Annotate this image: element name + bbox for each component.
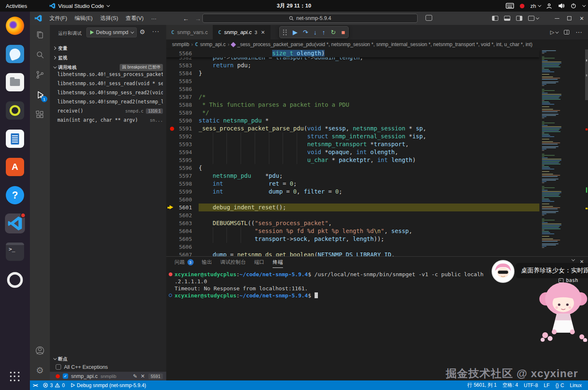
line-number[interactable]: 5601: [166, 204, 199, 211]
panel-tab[interactable]: 终端: [273, 257, 283, 268]
line-number[interactable]: 5585: [166, 77, 199, 85]
section-watch[interactable]: 监视: [50, 53, 166, 62]
continue-icon[interactable]: ▶: [293, 29, 298, 35]
breadcrumb[interactable]: snmplib›Csnmp_api.c›_sess_process_packet…: [166, 39, 588, 49]
line-number[interactable]: 5603: [166, 219, 199, 227]
breakpoint-row[interactable]: All C++ Exceptions: [50, 363, 166, 371]
panel-tab[interactable]: 调试控制台: [220, 257, 246, 268]
panel-tab[interactable]: 输出: [202, 257, 212, 268]
code-line[interactable]: 5604 "session %p fd %d pkt %p length %d\…: [166, 227, 539, 235]
recording-indicator[interactable]: [520, 4, 524, 8]
call-stack-frame[interactable]: main(int argc, char ** argv)sn...: [50, 115, 166, 125]
menu-item[interactable]: 查看(V): [122, 12, 147, 25]
breakpoint-checkbox[interactable]: [56, 364, 61, 370]
call-stack-frame[interactable]: receive()snmpd.c1316:1: [50, 106, 166, 115]
code-line[interactable]: 5599 int dump = 0, filter = 0;: [166, 188, 539, 196]
step-out-icon[interactable]: ↑: [322, 29, 325, 35]
toggle-secondary-sidebar-icon[interactable]: [516, 16, 522, 21]
code-line[interactable]: 5605 transport->sock, packetptr, length)…: [166, 235, 539, 243]
debug-more-actions-icon[interactable]: ···: [152, 27, 160, 34]
code-line[interactable]: 5597 netsnmp_pdu *pdu;: [166, 172, 539, 180]
line-number[interactable]: 5602: [166, 211, 199, 219]
call-stack-frame[interactable]: libnetsnmp.so.40!snmp_read2(netsnmp_la: [50, 97, 166, 106]
remote-indicator[interactable]: ><: [30, 380, 40, 390]
activities-button[interactable]: Activities: [0, 0, 33, 12]
activity-bar-source-control[interactable]: [30, 65, 50, 85]
dock-item-screenshot-tool[interactable]: [0, 266, 30, 294]
breadcrumb-item[interactable]: snmp_api.c: [200, 42, 226, 47]
code-line[interactable]: 5587/*: [166, 93, 539, 101]
section-variables[interactable]: 变量: [50, 44, 166, 53]
breadcrumb-item[interactable]: _sess_process_packet_parse_pdu(void *, n…: [237, 42, 532, 47]
code-line[interactable]: 5603 DEBUGMSGTL(("sess_process_packet",: [166, 219, 539, 227]
os-indicator[interactable]: Linux: [567, 380, 585, 390]
editor-tab[interactable]: Csnmp_vars.c: [166, 25, 213, 39]
editor-tab[interactable]: Csnmp_api.c3✕: [213, 25, 271, 39]
indentation-status[interactable]: 空格: 4: [499, 380, 521, 390]
dock-item-vscode[interactable]: [0, 209, 30, 238]
menu-item[interactable]: 选择(S): [96, 12, 122, 25]
line-number[interactable]: 5588: [166, 101, 199, 109]
encoding-status[interactable]: UTF-8: [521, 380, 541, 390]
close-button[interactable]: ✕: [576, 12, 588, 25]
code-line[interactable]: 5584}: [166, 69, 539, 77]
line-number[interactable]: 5587: [166, 93, 199, 101]
line-number[interactable]: 5591: [166, 125, 199, 132]
toggle-panel-icon[interactable]: [504, 16, 510, 21]
debug-status[interactable]: Debug snmpd (net-snmp-5.9.4): [68, 380, 149, 390]
call-stack-frame[interactable]: libnetsnmp.so.40!snmp_sess_read2(void: [50, 88, 166, 97]
code-line[interactable]: 5593 netsnmp_transport *transport,: [166, 140, 539, 148]
eol-status[interactable]: LF: [541, 380, 553, 390]
nav-back-icon[interactable]: ←: [183, 15, 189, 22]
close-icon[interactable]: ✕: [261, 29, 265, 35]
maximize-button[interactable]: [563, 12, 576, 25]
dock-item-files[interactable]: [0, 68, 30, 96]
code-line[interactable]: 5598 int ret = 0;: [166, 180, 539, 188]
activity-bar-settings[interactable]: ⚙: [30, 361, 50, 380]
call-stack-frame[interactable]: libnetsnmp.so.40!_sess_read(void * ses: [50, 79, 166, 88]
activity-bar-search[interactable]: [30, 45, 50, 65]
line-number[interactable]: 5589: [166, 109, 199, 117]
code-line[interactable]: 5586: [166, 85, 539, 93]
restart-icon[interactable]: ↻: [331, 29, 336, 35]
call-stack-frame[interactable]: libnetsnmp.so.40!_sess_process_packet(: [50, 70, 166, 79]
toggle-sidebar-icon[interactable]: [492, 16, 498, 21]
code-line[interactable]: 5602: [166, 211, 539, 219]
breadcrumb-item[interactable]: snmplib: [172, 42, 189, 47]
focused-app-indicator[interactable]: Visual Studio Code: [45, 2, 109, 9]
code-line[interactable]: 5590static netsnmp_pdu *: [166, 117, 539, 125]
line-number[interactable]: 5583: [166, 61, 199, 69]
breakpoint-checkbox[interactable]: ✓: [63, 373, 68, 379]
dock-item-libreoffice-document[interactable]: [0, 125, 30, 153]
code-line[interactable]: 5600: [166, 196, 539, 204]
code-line[interactable]: 5595 u_char * packetptr, int length): [166, 156, 539, 164]
split-editor-icon[interactable]: [564, 30, 569, 34]
problems-status[interactable]: 3 0: [40, 380, 67, 390]
command-center-search[interactable]: net-snmp-5.9.4: [202, 14, 418, 23]
code-line[interactable]: 5583 return pdu;: [166, 61, 539, 69]
edit-icon[interactable]: ✎: [133, 373, 137, 379]
line-number[interactable]: 5593: [166, 140, 199, 148]
volume-icon[interactable]: [558, 3, 565, 9]
code-line[interactable]: 5591_sess_process_packet_parse_pdu(void …: [166, 125, 539, 132]
language-mode[interactable]: {}C: [553, 380, 567, 390]
dock-item-firefox[interactable]: [0, 12, 30, 40]
code-line[interactable]: 5588 * This function parses a packet int…: [166, 101, 539, 109]
code-line[interactable]: 5589 */: [166, 109, 539, 117]
drag-handle-icon[interactable]: [283, 29, 287, 35]
desktop-pet-widget[interactable]: 桌面养珍珠少女：实时跟随打字: [492, 260, 588, 283]
dock-item-thunderbird[interactable]: [0, 40, 30, 68]
debug-settings-gear-icon[interactable]: ⚙: [140, 28, 145, 36]
code-line[interactable]: 5592 struct snmp_internal_session *isp,: [166, 132, 539, 140]
editor-more-actions-icon[interactable]: ···: [576, 29, 582, 36]
line-number[interactable]: 5586: [166, 85, 199, 93]
menu-item[interactable]: 编辑(E): [71, 12, 96, 25]
line-number[interactable]: 5600: [166, 196, 199, 204]
panel-tab[interactable]: 端口: [254, 257, 265, 268]
sticky-scroll-line[interactable]: 5566 size_t olength): [166, 49, 539, 57]
line-number[interactable]: 5590: [166, 117, 199, 125]
nav-forward-icon[interactable]: →: [195, 15, 201, 22]
activity-bar-explorer[interactable]: [30, 25, 50, 45]
line-number[interactable]: 5594: [166, 148, 199, 156]
line-number[interactable]: 5604: [166, 227, 199, 235]
